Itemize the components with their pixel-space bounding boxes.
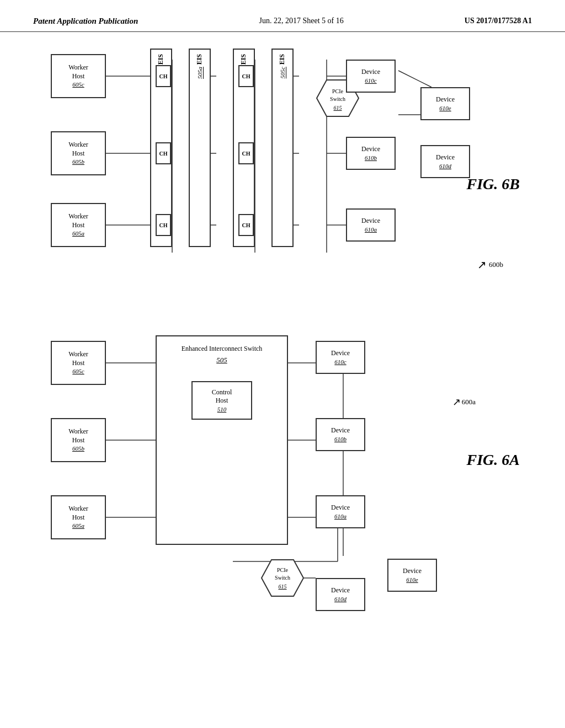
worker-host-605c-6a: WorkerHost 605c [51, 341, 106, 385]
ch-top-left-3: CH [156, 214, 171, 236]
device-610b-6b: Device 610b [346, 137, 396, 170]
eis-505-6a: Enhanced Interconnect Switch 505 Control… [156, 335, 288, 545]
fig6b-label: FIG. 6B [467, 175, 520, 193]
worker-host-605a-6a: WorkerHost 605a [51, 495, 106, 539]
svg-text:PCIe: PCIe [332, 88, 344, 94]
header-patent-number: US 2017/0177528 A1 [465, 17, 532, 25]
device-610d-6b: Device 610d [420, 145, 470, 178]
svg-text:PCIe: PCIe [277, 567, 289, 573]
fig6a-diagram: WorkerHost 605c WorkerHost 605b WorkerHo… [45, 330, 520, 617]
device-610b-6a: Device 610b [316, 418, 365, 451]
worker-host-605b-6a: WorkerHost 605b [51, 418, 106, 462]
diagram-area: WorkerHost 605c WorkerHost 605b WorkerHo… [45, 43, 520, 617]
svg-text:615: 615 [279, 584, 287, 590]
device-610a-6b: Device 610a [346, 208, 396, 242]
eis-505a: EIS 505a [189, 49, 211, 247]
ch-top-left-1: CH [156, 65, 171, 87]
svg-text:Switch: Switch [275, 575, 290, 581]
ch-top-left-2: CH [156, 142, 171, 164]
ch-top-right-1: CH [238, 65, 254, 87]
header-date-sheet: Jun. 22, 2017 Sheet 5 of 16 [259, 17, 343, 25]
fig6a-ref: ↗ 600a [452, 396, 476, 408]
ch-top-right-3: CH [238, 214, 254, 236]
worker-host-605b-6b: WorkerHost 605b [51, 131, 106, 175]
device-610d-6a: Device 610d [316, 578, 365, 611]
header-title: Patent Application Publication [33, 17, 138, 26]
fig6b-diagram: WorkerHost 605c WorkerHost 605b WorkerHo… [45, 43, 520, 308]
device-610e-6b: Device 610e [420, 87, 470, 120]
svg-line-16 [398, 71, 431, 87]
device-610c-6a: Device 610c [316, 341, 365, 374]
device-610c-6b: Device 610c [346, 60, 396, 93]
worker-host-605a-6b: WorkerHost 605a [51, 203, 106, 247]
page-header: Patent Application Publication Jun. 22, … [0, 0, 565, 32]
device-610a-6a: Device 610a [316, 495, 365, 528]
main-content: WorkerHost 605c WorkerHost 605b WorkerHo… [0, 32, 565, 628]
eis-505c: EIS 505c [271, 49, 294, 247]
fig6a-label: FIG. 6A [467, 451, 520, 469]
svg-text:615: 615 [334, 105, 342, 111]
ch-top-right-2: CH [238, 142, 254, 164]
svg-text:Switch: Switch [330, 96, 345, 102]
pcie-switch-6a: PCIe Switch 615 [260, 559, 305, 597]
fig6b-ref: ↗ 600b [477, 258, 503, 271]
control-host-6a: ControlHost 510 [191, 381, 252, 420]
device-610e-6a: Device 610e [387, 559, 437, 592]
patent-page: Patent Application Publication Jun. 22, … [0, 0, 565, 728]
worker-host-605c-6b: WorkerHost 605c [51, 54, 106, 98]
